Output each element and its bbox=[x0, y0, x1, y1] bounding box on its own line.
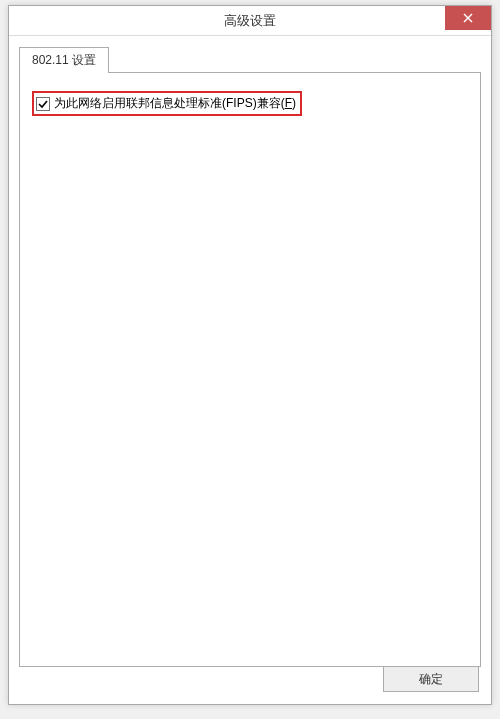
close-button[interactable] bbox=[445, 6, 491, 30]
tab-header: 802.11 设置 bbox=[19, 46, 481, 72]
button-row: 确定 bbox=[21, 666, 479, 692]
dialog-content: 802.11 设置 为此网络启用联邦信息处理标准(FIPS)兼容(F) 确定 bbox=[9, 36, 491, 704]
tab-80211-settings[interactable]: 802.11 设置 bbox=[19, 47, 109, 73]
titlebar: 高级设置 bbox=[9, 6, 491, 36]
fips-checkbox-label[interactable]: 为此网络启用联邦信息处理标准(FIPS)兼容(F) bbox=[54, 95, 296, 112]
check-icon bbox=[38, 99, 48, 109]
dialog-window: 高级设置 802.11 设置 为此网络启用联邦信息处理标准(FIPS)兼容(F) bbox=[8, 5, 492, 705]
fips-checkbox-row[interactable]: 为此网络启用联邦信息处理标准(FIPS)兼容(F) bbox=[32, 91, 302, 116]
close-icon bbox=[463, 13, 473, 23]
fips-checkbox[interactable] bbox=[36, 97, 50, 111]
window-title: 高级设置 bbox=[224, 12, 276, 30]
ok-button[interactable]: 确定 bbox=[383, 666, 479, 692]
tab-panel: 为此网络启用联邦信息处理标准(FIPS)兼容(F) bbox=[19, 72, 481, 667]
